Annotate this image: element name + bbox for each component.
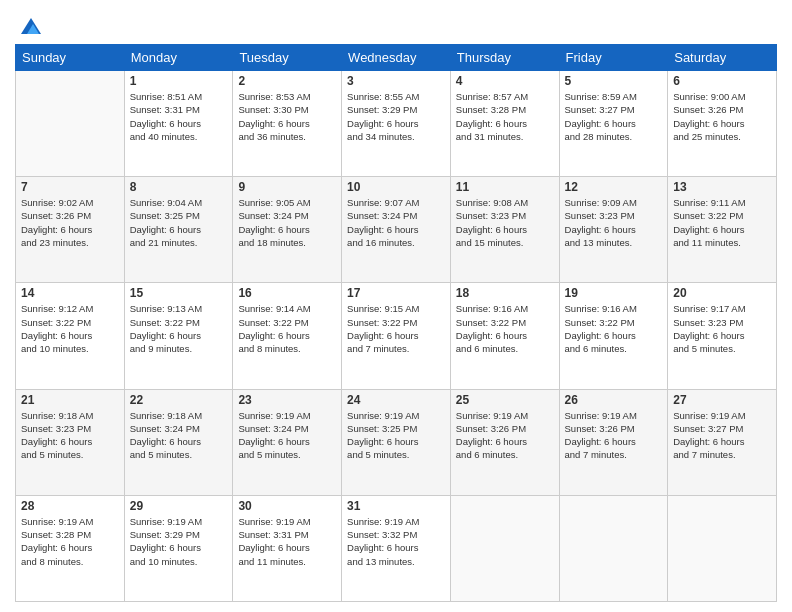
day-number: 21 [21, 393, 119, 407]
day-info: Sunrise: 9:16 AMSunset: 3:22 PMDaylight:… [565, 302, 663, 355]
sunset-text: Sunset: 3:27 PM [673, 422, 771, 435]
day-number: 18 [456, 286, 554, 300]
calendar-cell: 28Sunrise: 9:19 AMSunset: 3:28 PMDayligh… [16, 495, 125, 601]
daylight-text-2: and 11 minutes. [238, 555, 336, 568]
day-info: Sunrise: 9:19 AMSunset: 3:26 PMDaylight:… [565, 409, 663, 462]
day-number: 19 [565, 286, 663, 300]
sunrise-text: Sunrise: 9:09 AM [565, 196, 663, 209]
daylight-text-2: and 18 minutes. [238, 236, 336, 249]
header-sunday: Sunday [16, 45, 125, 71]
sunrise-text: Sunrise: 8:55 AM [347, 90, 445, 103]
calendar-cell: 23Sunrise: 9:19 AMSunset: 3:24 PMDayligh… [233, 389, 342, 495]
sunset-text: Sunset: 3:26 PM [456, 422, 554, 435]
sunset-text: Sunset: 3:24 PM [130, 422, 228, 435]
calendar-cell: 22Sunrise: 9:18 AMSunset: 3:24 PMDayligh… [124, 389, 233, 495]
day-number: 15 [130, 286, 228, 300]
calendar-week-row: 1Sunrise: 8:51 AMSunset: 3:31 PMDaylight… [16, 71, 777, 177]
sunset-text: Sunset: 3:25 PM [347, 422, 445, 435]
header-monday: Monday [124, 45, 233, 71]
calendar-cell: 1Sunrise: 8:51 AMSunset: 3:31 PMDaylight… [124, 71, 233, 177]
sunset-text: Sunset: 3:23 PM [565, 209, 663, 222]
sunset-text: Sunset: 3:22 PM [565, 316, 663, 329]
day-info: Sunrise: 9:08 AMSunset: 3:23 PMDaylight:… [456, 196, 554, 249]
calendar-cell: 5Sunrise: 8:59 AMSunset: 3:27 PMDaylight… [559, 71, 668, 177]
sunset-text: Sunset: 3:26 PM [565, 422, 663, 435]
daylight-text-2: and 13 minutes. [347, 555, 445, 568]
calendar-week-row: 7Sunrise: 9:02 AMSunset: 3:26 PMDaylight… [16, 177, 777, 283]
daylight-text: Daylight: 6 hours [238, 541, 336, 554]
calendar-cell: 16Sunrise: 9:14 AMSunset: 3:22 PMDayligh… [233, 283, 342, 389]
day-number: 20 [673, 286, 771, 300]
calendar-cell: 12Sunrise: 9:09 AMSunset: 3:23 PMDayligh… [559, 177, 668, 283]
sunset-text: Sunset: 3:26 PM [21, 209, 119, 222]
day-info: Sunrise: 8:57 AMSunset: 3:28 PMDaylight:… [456, 90, 554, 143]
daylight-text-2: and 40 minutes. [130, 130, 228, 143]
calendar-table: SundayMondayTuesdayWednesdayThursdayFrid… [15, 44, 777, 602]
daylight-text-2: and 8 minutes. [21, 555, 119, 568]
daylight-text-2: and 7 minutes. [347, 342, 445, 355]
sunset-text: Sunset: 3:22 PM [130, 316, 228, 329]
day-number: 23 [238, 393, 336, 407]
day-number: 14 [21, 286, 119, 300]
day-number: 26 [565, 393, 663, 407]
day-info: Sunrise: 9:05 AMSunset: 3:24 PMDaylight:… [238, 196, 336, 249]
calendar-cell: 3Sunrise: 8:55 AMSunset: 3:29 PMDaylight… [342, 71, 451, 177]
daylight-text-2: and 34 minutes. [347, 130, 445, 143]
sunset-text: Sunset: 3:28 PM [456, 103, 554, 116]
daylight-text: Daylight: 6 hours [673, 117, 771, 130]
calendar-cell: 9Sunrise: 9:05 AMSunset: 3:24 PMDaylight… [233, 177, 342, 283]
calendar-cell: 8Sunrise: 9:04 AMSunset: 3:25 PMDaylight… [124, 177, 233, 283]
sunrise-text: Sunrise: 8:53 AM [238, 90, 336, 103]
sunrise-text: Sunrise: 9:13 AM [130, 302, 228, 315]
daylight-text-2: and 21 minutes. [130, 236, 228, 249]
day-info: Sunrise: 9:04 AMSunset: 3:25 PMDaylight:… [130, 196, 228, 249]
day-number: 5 [565, 74, 663, 88]
day-number: 8 [130, 180, 228, 194]
daylight-text-2: and 25 minutes. [673, 130, 771, 143]
sunset-text: Sunset: 3:24 PM [347, 209, 445, 222]
header [15, 10, 777, 38]
sunrise-text: Sunrise: 9:11 AM [673, 196, 771, 209]
calendar-week-row: 14Sunrise: 9:12 AMSunset: 3:22 PMDayligh… [16, 283, 777, 389]
daylight-text-2: and 28 minutes. [565, 130, 663, 143]
sunrise-text: Sunrise: 9:02 AM [21, 196, 119, 209]
calendar-cell: 17Sunrise: 9:15 AMSunset: 3:22 PMDayligh… [342, 283, 451, 389]
daylight-text-2: and 31 minutes. [456, 130, 554, 143]
day-number: 28 [21, 499, 119, 513]
day-info: Sunrise: 8:55 AMSunset: 3:29 PMDaylight:… [347, 90, 445, 143]
day-number: 1 [130, 74, 228, 88]
day-number: 30 [238, 499, 336, 513]
header-friday: Friday [559, 45, 668, 71]
calendar-cell: 25Sunrise: 9:19 AMSunset: 3:26 PMDayligh… [450, 389, 559, 495]
daylight-text: Daylight: 6 hours [130, 541, 228, 554]
sunrise-text: Sunrise: 9:19 AM [238, 409, 336, 422]
header-wednesday: Wednesday [342, 45, 451, 71]
calendar-cell [16, 71, 125, 177]
calendar-cell: 30Sunrise: 9:19 AMSunset: 3:31 PMDayligh… [233, 495, 342, 601]
sunrise-text: Sunrise: 9:07 AM [347, 196, 445, 209]
daylight-text-2: and 23 minutes. [21, 236, 119, 249]
day-info: Sunrise: 9:15 AMSunset: 3:22 PMDaylight:… [347, 302, 445, 355]
calendar-cell [668, 495, 777, 601]
day-number: 29 [130, 499, 228, 513]
calendar-cell: 26Sunrise: 9:19 AMSunset: 3:26 PMDayligh… [559, 389, 668, 495]
calendar-cell: 14Sunrise: 9:12 AMSunset: 3:22 PMDayligh… [16, 283, 125, 389]
daylight-text: Daylight: 6 hours [347, 223, 445, 236]
sunset-text: Sunset: 3:25 PM [130, 209, 228, 222]
calendar-cell [559, 495, 668, 601]
day-info: Sunrise: 9:16 AMSunset: 3:22 PMDaylight:… [456, 302, 554, 355]
day-number: 24 [347, 393, 445, 407]
calendar-week-row: 28Sunrise: 9:19 AMSunset: 3:28 PMDayligh… [16, 495, 777, 601]
calendar-cell: 21Sunrise: 9:18 AMSunset: 3:23 PMDayligh… [16, 389, 125, 495]
daylight-text: Daylight: 6 hours [130, 117, 228, 130]
day-number: 10 [347, 180, 445, 194]
calendar-cell: 7Sunrise: 9:02 AMSunset: 3:26 PMDaylight… [16, 177, 125, 283]
sunset-text: Sunset: 3:23 PM [456, 209, 554, 222]
calendar-cell: 19Sunrise: 9:16 AMSunset: 3:22 PMDayligh… [559, 283, 668, 389]
daylight-text-2: and 8 minutes. [238, 342, 336, 355]
sunrise-text: Sunrise: 9:16 AM [456, 302, 554, 315]
calendar-cell: 11Sunrise: 9:08 AMSunset: 3:23 PMDayligh… [450, 177, 559, 283]
calendar-header-row: SundayMondayTuesdayWednesdayThursdayFrid… [16, 45, 777, 71]
sunrise-text: Sunrise: 8:57 AM [456, 90, 554, 103]
sunrise-text: Sunrise: 9:19 AM [238, 515, 336, 528]
